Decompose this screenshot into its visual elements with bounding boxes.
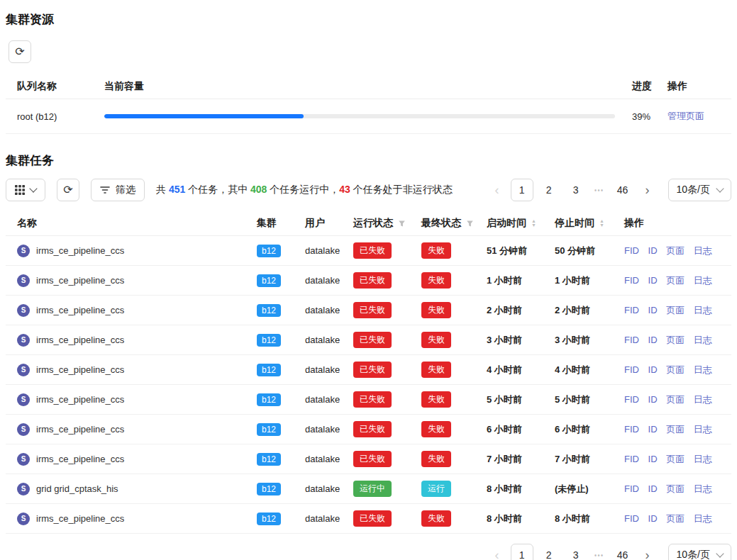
cluster-badge: b12 <box>257 513 281 525</box>
task-name: irms_ce_pipeline_ccs <box>36 335 124 345</box>
start-time: 51 分钟前 <box>475 236 543 266</box>
pagination-page-2[interactable]: 2 <box>538 179 560 201</box>
avatar: S <box>17 513 30 525</box>
fid-link[interactable]: FID <box>624 454 639 464</box>
page-link[interactable]: 页面 <box>666 513 685 524</box>
pagination-page-last[interactable]: 46 <box>611 179 634 201</box>
pagination-page-1[interactable]: 1 <box>511 179 533 201</box>
filter-icon[interactable] <box>398 220 406 228</box>
id-link[interactable]: ID <box>648 454 658 464</box>
page-link[interactable]: 页面 <box>666 275 685 286</box>
tasks-table: 名称 集群 用户 运行状态 最终状态 启动时间 ▲▼ 停止时间 ▲▼ 操作 <box>6 211 731 534</box>
avatar: S <box>17 334 30 347</box>
resources-refresh-button[interactable]: ⟳ <box>9 40 31 63</box>
pagination-page-1[interactable]: 1 <box>511 544 533 560</box>
log-link[interactable]: 日志 <box>694 424 712 435</box>
stop-time: 8 小时前 <box>543 504 613 534</box>
log-link[interactable]: 日志 <box>694 245 712 256</box>
id-link[interactable]: ID <box>648 245 658 256</box>
fid-link[interactable]: FID <box>624 513 639 524</box>
run-status-badge: 已失败 <box>353 510 392 527</box>
stop-time-header: 停止时间 <box>555 217 594 230</box>
log-link[interactable]: 日志 <box>694 305 712 315</box>
manage-page-link[interactable]: 管理页面 <box>667 111 704 121</box>
avatar: S <box>17 423 30 436</box>
table-row: S irms_ce_pipeline_ccs b12 datalake 已失败 … <box>6 296 731 325</box>
sort-icon[interactable]: ▲▼ <box>599 219 604 228</box>
pagination-page-3[interactable]: 3 <box>565 544 587 560</box>
page-size-select[interactable]: 10条/页 <box>668 179 731 201</box>
log-link[interactable]: 日志 <box>694 454 712 464</box>
id-link[interactable]: ID <box>648 513 658 524</box>
pagination-page-last[interactable]: 46 <box>611 544 634 560</box>
pagination-ellipsis[interactable]: ••• <box>592 551 607 559</box>
id-link[interactable]: ID <box>648 483 658 494</box>
pagination-ellipsis[interactable]: ••• <box>592 186 607 194</box>
name-header: 名称 <box>17 217 37 230</box>
fid-link[interactable]: FID <box>624 245 639 256</box>
filter-button-label: 筛选 <box>116 184 135 196</box>
fid-link[interactable]: FID <box>624 424 639 435</box>
pagination-prev-icon[interactable]: ‹ <box>488 544 506 560</box>
stop-time: 2 小时前 <box>543 296 613 325</box>
page-size-label: 10条/页 <box>677 549 710 560</box>
sort-icon[interactable]: ▲▼ <box>531 219 536 228</box>
fid-link[interactable]: FID <box>624 394 639 405</box>
id-link[interactable]: ID <box>648 275 658 286</box>
id-link[interactable]: ID <box>648 305 658 315</box>
task-table-body: S irms_ce_pipeline_ccs b12 datalake 已失败 … <box>6 236 731 534</box>
pagination-page-3[interactable]: 3 <box>565 179 587 201</box>
final-status-badge: 失败 <box>421 332 451 348</box>
pagination-next-icon[interactable]: › <box>638 179 657 201</box>
layout-select-button[interactable] <box>6 179 45 201</box>
fid-link[interactable]: FID <box>624 275 639 286</box>
final-status-badge: 失败 <box>421 272 451 289</box>
final-status-badge: 失败 <box>421 391 451 408</box>
page-link[interactable]: 页面 <box>666 454 685 464</box>
table-row: S grid grid_cptask_his b12 datalake 运行中 … <box>6 474 731 504</box>
filter-icon[interactable] <box>466 220 474 228</box>
id-link[interactable]: ID <box>648 364 658 375</box>
log-link[interactable]: 日志 <box>694 364 712 375</box>
avatar: S <box>17 245 30 257</box>
log-link[interactable]: 日志 <box>694 394 712 405</box>
page-link[interactable]: 页面 <box>666 305 685 315</box>
id-link[interactable]: ID <box>648 394 658 405</box>
task-name: irms_ce_pipeline_ccs <box>36 454 124 464</box>
pagination-top: ‹ 1 2 3 ••• 46 › <box>488 179 657 201</box>
final-status-badge: 失败 <box>421 302 451 318</box>
cluster-badge: b12 <box>257 453 281 466</box>
fid-link[interactable]: FID <box>624 335 639 345</box>
page-link[interactable]: 页面 <box>666 394 685 405</box>
log-link[interactable]: 日志 <box>694 513 712 524</box>
page-link[interactable]: 页面 <box>666 424 685 435</box>
tasks-refresh-button[interactable]: ⟳ <box>57 179 79 201</box>
stopped-task-count: 43 <box>339 184 350 195</box>
log-link[interactable]: 日志 <box>694 335 712 345</box>
page: 集群资源 ⟳ 队列名称 当前容量 进度 操作 root (b12) <box>0 0 737 560</box>
run-status-badge: 已失败 <box>353 332 392 348</box>
task-name: irms_ce_pipeline_ccs <box>36 245 124 256</box>
log-link[interactable]: 日志 <box>694 275 712 286</box>
page-link[interactable]: 页面 <box>666 483 685 494</box>
page-link[interactable]: 页面 <box>666 245 685 256</box>
pagination-bottom: ‹ 1 2 3 ••• 46 › <box>488 544 657 560</box>
fid-link[interactable]: FID <box>624 364 639 375</box>
page-link[interactable]: 页面 <box>666 364 685 375</box>
page-link[interactable]: 页面 <box>666 335 685 345</box>
user-name: datalake <box>305 275 340 286</box>
run-status-badge: 已失败 <box>353 362 392 378</box>
fid-link[interactable]: FID <box>624 483 639 494</box>
avatar: S <box>17 483 30 495</box>
pagination-page-2[interactable]: 2 <box>538 544 560 560</box>
cluster-resources-section: 集群资源 ⟳ 队列名称 当前容量 进度 操作 root (b12) <box>6 11 731 134</box>
filter-button[interactable]: 筛选 <box>91 179 145 201</box>
pagination-next-icon[interactable]: › <box>638 544 657 560</box>
pagination-prev-icon[interactable]: ‹ <box>488 179 506 201</box>
page-size-select[interactable]: 10条/页 <box>668 544 731 560</box>
fid-link[interactable]: FID <box>624 305 639 315</box>
user-name: datalake <box>305 245 340 256</box>
log-link[interactable]: 日志 <box>694 483 712 494</box>
id-link[interactable]: ID <box>648 424 658 435</box>
id-link[interactable]: ID <box>648 335 658 345</box>
